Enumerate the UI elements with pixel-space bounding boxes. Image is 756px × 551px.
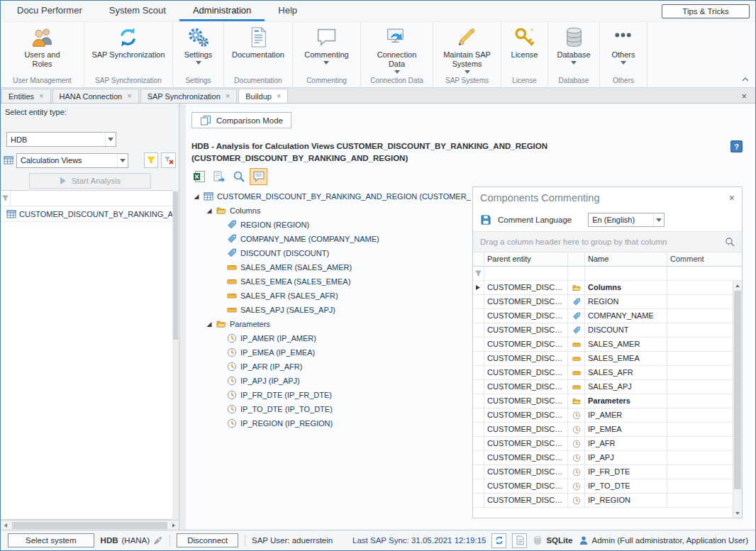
sync-log-button[interactable] <box>512 533 527 548</box>
sap-synchronization-button[interactable]: SAP Synchronization <box>89 24 167 76</box>
export-excel-button[interactable] <box>190 168 208 185</box>
database-button[interactable]: Database <box>554 24 593 76</box>
tree-folder-columns[interactable]: Columns <box>190 204 471 218</box>
export-button[interactable] <box>210 168 228 185</box>
tree-item-region[interactable]: REGION (REGION) <box>190 218 471 232</box>
tab-close-icon[interactable]: × <box>127 92 131 100</box>
menu-system-scout[interactable]: System Scout <box>96 1 179 21</box>
table-row[interactable]: CUSTOMER_DISCOUNT_BY_RANKING_AND_REGION … <box>473 408 742 423</box>
tree-item-ip-apj[interactable]: IP_APJ (IP_APJ) <box>190 374 471 388</box>
comment-cell[interactable] <box>667 408 742 422</box>
filter-cell[interactable] <box>585 267 667 280</box>
comment-cell[interactable] <box>667 380 742 394</box>
entity-type-select[interactable]: Calculation Views <box>16 153 128 168</box>
comment-cell[interactable] <box>667 479 742 493</box>
comment-cell[interactable] <box>667 295 742 308</box>
comment-cell[interactable] <box>667 437 742 450</box>
tree-item-company-name[interactable]: COMPANY_NAME (COMPANY_NAME) <box>190 232 471 246</box>
table-row[interactable]: CUSTOMER_DISCOUNT_BY_RANKING_AND_REGION … <box>473 366 742 380</box>
table-row[interactable]: CUSTOMER_DISCOUNT_BY_RANKING_AND_REGION … <box>473 423 742 437</box>
settings-button[interactable]: Settings <box>182 24 216 76</box>
users-and-roles-button[interactable]: Users and Roles <box>14 24 71 76</box>
comment-cell[interactable] <box>667 394 742 408</box>
expander-expanded-icon[interactable] <box>206 208 213 214</box>
search-icon[interactable] <box>725 237 735 247</box>
save-icon[interactable] <box>480 214 491 226</box>
tree-item-sales-apj[interactable]: SALES_APJ (SALES_APJ) <box>190 303 471 317</box>
tree-item-ip-region[interactable]: IP_REGION (IP_REGION) <box>190 416 471 430</box>
comparison-mode-button[interactable]: Comparison Mode <box>191 112 291 128</box>
table-row[interactable]: CUSTOMER_DISCOUNT_BY_RANKING_AND_REGION … <box>473 394 742 408</box>
refresh-sync-button[interactable] <box>491 533 506 548</box>
connection-data-button[interactable]: Connection Data <box>369 24 426 76</box>
start-analysis-button[interactable]: Start Analysis <box>29 173 151 189</box>
comment-cell[interactable] <box>667 338 742 351</box>
menu-administration[interactable]: Administration <box>179 1 265 21</box>
documentation-button[interactable]: Documentation <box>229 24 287 76</box>
comment-cell[interactable] <box>667 309 742 323</box>
table-row[interactable]: CUSTOMER_DISCOUNT_BY_RANKING_AND_REGION … <box>473 338 742 352</box>
commenting-toggle-button[interactable] <box>250 168 267 185</box>
comment-cell[interactable] <box>667 281 742 294</box>
entity-row[interactable]: CUSTOMER_DISCOUNT_BY_RANKING_AND_REGION <box>1 206 172 222</box>
apply-filter-button[interactable] <box>144 152 159 168</box>
tabbar-close-icon[interactable]: × <box>741 91 747 101</box>
vscrollbar-thumb[interactable] <box>173 191 178 340</box>
entity-grid-filter-row[interactable] <box>1 191 172 206</box>
table-row[interactable]: CUSTOMER_DISCOUNT_BY_RANKING_AND_REGION … <box>473 309 742 323</box>
tab-close-icon[interactable]: × <box>226 92 230 100</box>
group-by-bar[interactable]: Drag a column header here to group by th… <box>473 231 742 252</box>
tree-item-sales-afr[interactable]: SALES_AFR (SALES_AFR) <box>190 289 471 303</box>
column-header-parent-entity[interactable]: Parent entity <box>484 252 568 266</box>
tree-item-discount[interactable]: DISCOUNT (DISCOUNT) <box>190 246 471 260</box>
commenting-button[interactable]: Commenting <box>301 24 351 76</box>
maintain-sap-systems-button[interactable]: Maintain SAP Systems <box>436 24 499 76</box>
license-button[interactable]: License <box>508 24 541 76</box>
table-row[interactable]: CUSTOMER_DISCOUNT_BY_RANKING_AND_REGION … <box>473 479 742 494</box>
scroll-up-icon[interactable] <box>733 281 742 290</box>
comment-cell[interactable] <box>667 423 742 436</box>
expander-expanded-icon[interactable] <box>206 321 213 328</box>
tree-item-sales-amer[interactable]: SALES_AMER (SALES_AMER) <box>190 260 471 274</box>
tree-item-ip-emea[interactable]: IP_EMEA (IP_EMEA) <box>190 345 471 360</box>
tree-root[interactable]: CUSTOMER_DISCOUNT_BY_RANKING_AND_REGION … <box>190 189 471 204</box>
tree-item-sales-emea[interactable]: SALES_EMEA (SALES_EMEA) <box>190 274 471 289</box>
comment-cell[interactable] <box>667 352 742 365</box>
table-filter-row[interactable] <box>473 267 742 281</box>
comment-cell[interactable] <box>667 494 742 507</box>
comment-language-select[interactable]: En (English) <box>588 213 665 227</box>
table-vscrollbar[interactable] <box>733 281 742 518</box>
tab-entities[interactable]: Entities × <box>1 89 51 103</box>
table-row[interactable]: CUSTOMER_DISCOUNT_BY_RANKING_AND_REGION … <box>473 494 742 508</box>
table-row[interactable]: CUSTOMER_DISCOUNT_BY_RANKING_AND_REGION … <box>473 352 742 366</box>
filter-cell[interactable] <box>484 267 568 280</box>
table-row[interactable]: CUSTOMER_DISCOUNT_BY_RANKING_AND_REGION … <box>473 323 742 338</box>
system-select[interactable]: HDB <box>6 132 116 147</box>
collapse-ribbon-icon[interactable] <box>740 75 750 84</box>
filter-cell[interactable] <box>667 267 742 280</box>
others-button[interactable]: Others <box>608 24 638 76</box>
help-button[interactable]: ? <box>730 140 743 152</box>
comment-cell[interactable] <box>667 465 742 479</box>
column-header-comment[interactable]: Comment <box>667 252 742 266</box>
table-row[interactable]: CUSTOMER_DISCOUNT_BY_RANKING_AND_REGION … <box>473 295 742 309</box>
select-system-button[interactable]: Select system <box>8 533 94 547</box>
vscrollbar-thumb[interactable] <box>734 291 741 489</box>
expander-expanded-icon[interactable] <box>193 194 200 200</box>
column-header-name[interactable]: Name <box>585 252 667 266</box>
scroll-right-icon[interactable] <box>169 521 179 530</box>
tree-folder-parameters[interactable]: Parameters <box>190 317 471 331</box>
table-row[interactable]: CUSTOMER_DISCOUNT_BY_RANKING_AND_REGION … <box>473 465 742 479</box>
tree-item-ip-to-dte[interactable]: IP_TO_DTE (IP_TO_DTE) <box>190 402 471 416</box>
table-row[interactable]: CUSTOMER_DISCOUNT_BY_RANKING_AND_REGION … <box>473 437 742 451</box>
tab-hana-connection[interactable]: HANA Connection × <box>52 89 139 103</box>
clear-filter-button[interactable] <box>161 152 176 168</box>
tab-close-icon[interactable]: × <box>39 92 43 100</box>
tree-item-ip-afr[interactable]: IP_AFR (IP_AFR) <box>190 360 471 374</box>
scroll-left-icon[interactable] <box>1 521 11 530</box>
table-row[interactable]: CUSTOMER_DISCOUNT_BY_RANKING_AND_REGION … <box>473 281 742 295</box>
tab-buildup[interactable]: Buildup × <box>238 89 288 103</box>
hscrollbar-thumb[interactable] <box>12 522 167 529</box>
tree-item-ip-fr-dte[interactable]: IP_FR_DTE (IP_FR_DTE) <box>190 388 471 402</box>
table-row[interactable]: CUSTOMER_DISCOUNT_BY_RANKING_AND_REGION … <box>473 380 742 394</box>
